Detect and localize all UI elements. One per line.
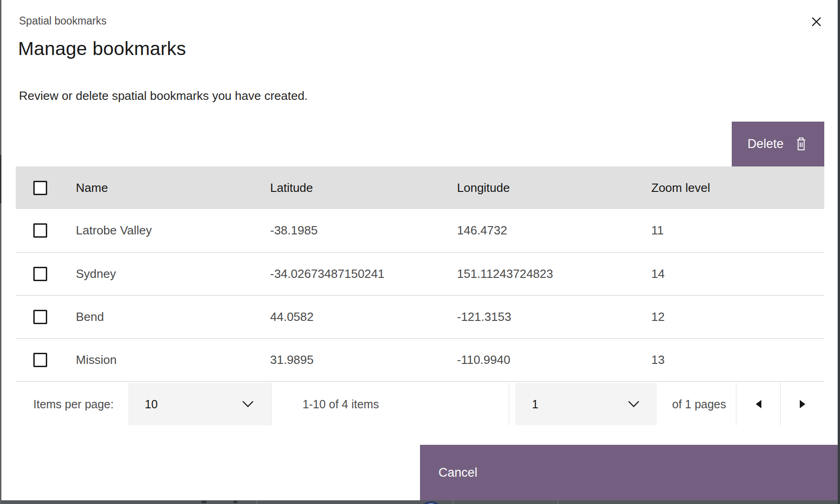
items-per-page-select[interactable]: 10 <box>128 383 272 425</box>
close-icon <box>810 16 822 28</box>
delete-button-label: Delete <box>747 137 784 151</box>
delete-button[interactable]: Delete <box>732 122 824 166</box>
cell-name: Latrobe Valley <box>65 223 259 238</box>
table-row: Mission 31.9895 -110.9940 13 <box>16 338 824 381</box>
cell-name: Bend <box>65 310 259 324</box>
row-checkbox[interactable] <box>33 267 47 281</box>
row-checkbox[interactable] <box>33 310 47 324</box>
page-number-select[interactable]: 1 <box>515 383 657 425</box>
pagination-range-text: 1-10 of 4 items <box>287 383 379 425</box>
bookmarks-table: Name Latitude Longitude Zoom level Latro… <box>16 166 824 381</box>
column-header-longitude: Longitude <box>446 181 640 195</box>
cell-zoom-level: 12 <box>640 310 824 324</box>
caret-left-icon <box>756 400 761 408</box>
cancel-button-label: Cancel <box>439 466 477 480</box>
cell-latitude: -38.1985 <box>259 223 446 238</box>
column-header-name: Name <box>65 181 259 195</box>
manage-bookmarks-dialog: Spatial bookmarks Manage bookmarks Revie… <box>0 0 840 504</box>
screen-edge-left <box>0 0 1 504</box>
cell-zoom-level: 13 <box>640 353 824 367</box>
screen-edge-right <box>838 0 840 504</box>
cell-longitude: 151.11243724823 <box>446 267 640 281</box>
table-row: Latrobe Valley -38.1985 146.4732 11 <box>16 209 824 252</box>
cell-latitude: -34.02673487150241 <box>259 267 446 281</box>
table-row: Bend 44.0582 -121.3153 12 <box>16 295 824 338</box>
cell-name: Mission <box>65 353 259 367</box>
page-title: Manage bookmarks <box>18 38 186 60</box>
cell-latitude: 31.9895 <box>259 353 446 367</box>
cell-latitude: 44.0582 <box>259 310 446 324</box>
edge-strip-glyph <box>234 501 237 503</box>
dialog-description: Review or delete spatial bookmarks you h… <box>19 89 308 103</box>
edge-strip-divider <box>557 500 558 504</box>
cell-name: Sydney <box>65 267 259 281</box>
edge-strip-divider <box>452 500 453 504</box>
column-header-zoom-level: Zoom level <box>640 181 824 195</box>
cell-zoom-level: 11 <box>640 223 824 238</box>
page-number-value: 1 <box>532 398 538 411</box>
table-header-row: Name Latitude Longitude Zoom level <box>16 166 824 209</box>
trash-icon <box>794 136 809 153</box>
next-page-button[interactable] <box>781 383 824 425</box>
pagination-divider <box>509 383 509 425</box>
edge-strip-divider <box>256 500 257 504</box>
row-checkbox[interactable] <box>33 353 47 367</box>
close-button[interactable] <box>807 12 826 31</box>
edge-strip-glyph <box>202 501 206 503</box>
table-row: Sydney -34.02673487150241 151.1124372482… <box>16 252 824 295</box>
cancel-button[interactable]: Cancel <box>420 445 838 500</box>
cell-zoom-level: 14 <box>640 267 824 281</box>
pages-count-text: of 1 pages <box>672 383 726 425</box>
dialog-eyebrow: Spatial bookmarks <box>19 15 106 27</box>
screen-edge-left-dark <box>0 155 1 203</box>
chevron-down-icon <box>627 400 640 408</box>
pagination-bar: Items per page: 10 1-10 of 4 items 1 of … <box>16 381 824 425</box>
items-per-page-label: Items per page: <box>33 383 114 425</box>
cell-longitude: -121.3153 <box>446 310 640 324</box>
items-per-page-value: 10 <box>145 398 158 411</box>
screen-edge-bottom <box>0 500 840 504</box>
cell-longitude: 146.4732 <box>446 223 640 238</box>
select-all-checkbox[interactable] <box>33 181 47 195</box>
column-header-latitude: Latitude <box>259 181 446 195</box>
previous-page-button[interactable] <box>736 383 780 425</box>
chevron-down-icon <box>241 400 254 408</box>
cell-longitude: -110.9940 <box>446 353 640 367</box>
row-checkbox[interactable] <box>33 223 47 238</box>
caret-right-icon <box>800 400 805 408</box>
